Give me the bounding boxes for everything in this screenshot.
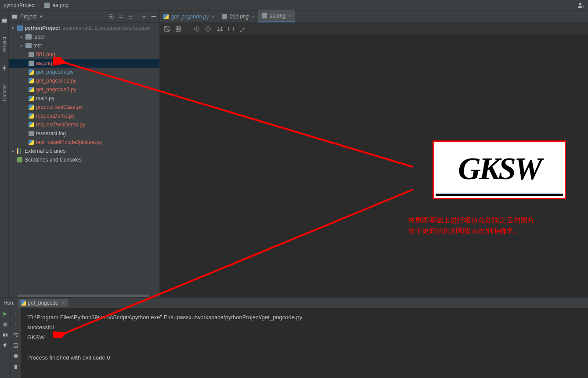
console-line: successful xyxy=(27,324,54,331)
run-panel-label: Run: xyxy=(4,300,14,306)
hide-panel-icon[interactable] xyxy=(151,14,157,20)
run-config-name: get_pngcode xyxy=(28,300,58,306)
svg-point-0 xyxy=(579,3,581,5)
image-viewer-toolbar: 1:1 xyxy=(160,23,588,35)
captcha-text: GKSW xyxy=(458,151,541,187)
rerun-icon[interactable] xyxy=(2,311,8,317)
tree-hint: sources root, E:\supassxu\workspace xyxy=(63,25,150,31)
run-config-tab[interactable]: get_pngcode × xyxy=(18,299,67,307)
svg-rect-19 xyxy=(14,354,17,356)
close-icon[interactable]: × xyxy=(251,14,254,19)
select-opened-icon[interactable] xyxy=(108,14,114,20)
tree-label: requestPostDemo.py xyxy=(36,122,85,128)
user-menu-icon[interactable] xyxy=(577,2,584,9)
image-canvas[interactable]: GKSW 在原图基础上进行极值化处理之后的图片， 便于更好的识别和提高识别准确率… xyxy=(160,35,588,297)
console-output[interactable]: "D:\Program Files\Python39\venv\Scripts\… xyxy=(21,308,588,378)
print-icon[interactable] xyxy=(13,353,19,359)
layout-icon[interactable] xyxy=(2,332,8,338)
tree-file-getpngcode2[interactable]: get_pngcode2.py xyxy=(9,76,159,85)
tree-label: requestDemo.py xyxy=(36,113,75,119)
expand-icon[interactable]: ▾ xyxy=(11,26,15,30)
tree-label: test_base64code2picture.py xyxy=(36,139,102,145)
tree-label: label xyxy=(33,34,44,40)
pin-icon[interactable] xyxy=(2,342,8,349)
breadcrumb-file[interactable]: aa.png xyxy=(52,2,69,8)
tree-file-001png[interactable]: 001.png xyxy=(9,50,159,59)
tree-file-getpngcode[interactable]: get_pngcode.py xyxy=(9,68,159,76)
tree-file-aapng[interactable]: aa.png xyxy=(9,59,159,68)
tree-label: aa.png xyxy=(36,60,52,66)
zoom-in-icon[interactable] xyxy=(193,25,200,32)
zoom-actual-label[interactable]: 1:1 xyxy=(216,25,223,32)
tree-label: get_pngcode3.py xyxy=(36,86,76,93)
captcha-image: GKSW xyxy=(436,144,563,196)
tree-label: get_pngcode.py xyxy=(36,69,73,75)
color-picker-icon[interactable] xyxy=(239,25,246,32)
close-icon[interactable]: × xyxy=(211,14,214,19)
annotation-line2: 便于更好的识别和提高识别准确率。 xyxy=(408,226,566,236)
commit-tool-label[interactable]: Commit xyxy=(2,84,7,101)
project-tool-icon[interactable] xyxy=(1,18,7,24)
tree-file-testbase64[interactable]: test_base64code2picture.py xyxy=(9,138,159,147)
tree-label: main.py xyxy=(36,95,54,101)
project-panel-title[interactable]: Project xyxy=(20,14,36,20)
expand-icon[interactable]: ▸ xyxy=(19,43,24,48)
commit-tool-icon[interactable] xyxy=(1,65,7,71)
scroll-end-icon[interactable] xyxy=(13,342,19,349)
up-icon[interactable]: ↑ xyxy=(13,311,19,317)
project-tree[interactable]: ▾ pythonProject sources root, E:\supassx… xyxy=(9,23,159,297)
expand-icon[interactable]: ▸ xyxy=(19,35,24,39)
tree-folder-test[interactable]: ▸ test xyxy=(9,41,159,50)
library-icon xyxy=(17,148,22,154)
settings-icon[interactable] xyxy=(141,14,147,20)
dropdown-icon[interactable]: ▼ xyxy=(39,14,43,19)
expand-icon[interactable]: ▸ xyxy=(11,149,15,153)
annotation-line1: 在原图基础上进行极值化处理之后的图片， xyxy=(408,215,566,226)
tree-folder-label[interactable]: ▸ label xyxy=(9,32,159,41)
breadcrumb: pythonProject 〉 aa.png xyxy=(4,1,69,9)
run-panel-header: Run: get_pngcode × xyxy=(0,298,588,308)
svg-rect-1 xyxy=(2,19,7,23)
trash-icon[interactable] xyxy=(13,364,19,370)
scratches-icon xyxy=(17,157,22,162)
tree-file-main[interactable]: main.py xyxy=(9,94,159,103)
breadcrumb-bar: pythonProject 〉 aa.png xyxy=(0,0,588,11)
captcha-preview-box: GKSW xyxy=(433,140,566,199)
stop-icon[interactable] xyxy=(2,321,8,328)
python-file-icon xyxy=(29,96,34,101)
tree-external-libs[interactable]: ▸ External Libraries xyxy=(9,147,159,155)
tree-file-requestpostdemo[interactable]: requestPostDemo.py xyxy=(9,120,159,129)
close-icon[interactable]: × xyxy=(288,13,291,18)
svg-point-2 xyxy=(3,67,5,69)
project-panel: Project ▼ ▾ pythonProject sources root, … xyxy=(9,11,160,297)
tree-file-getpngcode3[interactable]: get_pngcode3.py xyxy=(9,85,159,94)
tab-001png[interactable]: 001.png × xyxy=(218,11,258,22)
image-file-icon xyxy=(44,3,50,8)
python-file-icon xyxy=(21,300,26,306)
close-icon[interactable]: × xyxy=(62,300,65,306)
tab-getpngcode[interactable]: get_pngcode.py × xyxy=(160,11,218,22)
tree-file-producttestcase[interactable]: productTestCase.py xyxy=(9,103,159,112)
expand-all-icon[interactable] xyxy=(118,14,124,20)
svg-rect-9 xyxy=(152,16,156,17)
svg-point-7 xyxy=(110,16,112,18)
transparency-icon[interactable] xyxy=(163,25,170,32)
tree-file-requestdemo[interactable]: requestDemo.py xyxy=(9,112,159,120)
project-view-icon[interactable] xyxy=(11,14,18,20)
svg-rect-18 xyxy=(14,355,18,357)
tab-aapng[interactable]: aa.png × xyxy=(258,10,295,22)
grid-icon[interactable] xyxy=(175,25,182,32)
down-icon[interactable]: ↓ xyxy=(13,321,19,328)
fit-window-icon[interactable] xyxy=(227,25,234,32)
tree-scratches[interactable]: Scratches and Consoles xyxy=(9,155,159,164)
soft-wrap-icon[interactable] xyxy=(13,332,19,338)
zoom-out-icon[interactable] xyxy=(205,25,212,32)
svg-point-8 xyxy=(143,16,145,18)
tree-label: pythonProject xyxy=(25,25,60,31)
breadcrumb-project[interactable]: pythonProject xyxy=(4,2,36,8)
horizontal-scrollbar[interactable] xyxy=(9,294,159,297)
project-tool-label[interactable]: Project xyxy=(2,37,7,52)
tree-root[interactable]: ▾ pythonProject sources root, E:\supassx… xyxy=(9,24,159,32)
collapse-all-icon[interactable] xyxy=(127,14,133,20)
tree-file-tesseractlog[interactable]: tesseract.log xyxy=(9,129,159,138)
